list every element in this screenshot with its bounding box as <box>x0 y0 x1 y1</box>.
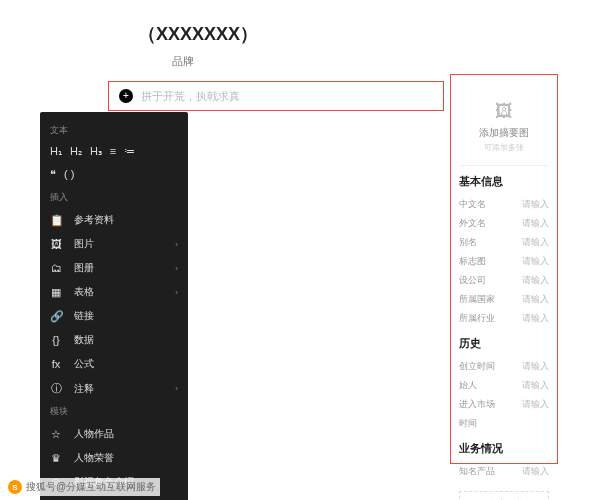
paren-button[interactable]: ( ) <box>64 168 74 181</box>
watermark: S 搜狐号@分媒互动互联网服务 <box>4 478 160 496</box>
basic-field-0[interactable]: 中文名请输入 <box>459 195 549 214</box>
basic-field-3[interactable]: 标志图请输入 <box>459 252 549 271</box>
format-toolbar: 文本 H₁ H₂ H₃ ≡ ≔ ❝ ( ) 插入 📋参考资料🖼图片›🗂图册›▦表… <box>40 112 188 500</box>
insert-item-4[interactable]: 🔗链接 <box>40 304 188 328</box>
history-title: 历史 <box>459 336 549 351</box>
insert-icon: {} <box>50 334 62 346</box>
module-item-0[interactable]: ☆人物作品 <box>40 422 188 446</box>
field-value: 请输入 <box>522 293 549 306</box>
field-value: 请输入 <box>522 255 549 268</box>
module-section-label: 模块 <box>40 401 188 422</box>
field-label: 进入市场 <box>459 398 495 411</box>
field-value: 请输入 <box>522 274 549 287</box>
main-input-container[interactable]: + 拼于开荒，执戟求真 <box>108 81 444 111</box>
h2-button[interactable]: H₂ <box>70 145 82 158</box>
h1-button[interactable]: H₁ <box>50 145 62 158</box>
text-section-label: 文本 <box>40 120 188 141</box>
basic-field-4[interactable]: 设公司请输入 <box>459 271 549 290</box>
add-image-sub: 可添加多张 <box>459 142 549 153</box>
list-ol-button[interactable]: ≔ <box>124 145 135 158</box>
image-icon: 🖼 <box>459 101 549 122</box>
field-value: 请输入 <box>522 312 549 325</box>
chevron-right-icon: › <box>175 288 178 297</box>
history-field-2[interactable]: 进入市场请输入 <box>459 395 549 414</box>
add-image-box[interactable]: 🖼 添加摘要图 可添加多张 <box>459 83 549 166</box>
chevron-right-icon: › <box>175 240 178 249</box>
insert-item-5[interactable]: {}数据 <box>40 328 188 352</box>
heading-row: H₁ H₂ H₃ ≡ ≔ <box>40 141 188 164</box>
input-placeholder: 拼于开荒，执戟求真 <box>141 89 240 104</box>
insert-label: 公式 <box>74 357 178 371</box>
field-value: 请输入 <box>522 217 549 230</box>
insert-label: 数据 <box>74 333 178 347</box>
field-value: 请输入 <box>522 379 549 392</box>
history-field-3[interactable]: 时间 <box>459 414 549 433</box>
insert-item-6[interactable]: fx公式 <box>40 352 188 376</box>
module-item-1[interactable]: ♛人物荣誉 <box>40 446 188 470</box>
insert-icon: 📋 <box>50 214 62 227</box>
module-label: 人物作品 <box>74 427 178 441</box>
add-image-label: 添加摘要图 <box>459 126 549 140</box>
insert-item-0[interactable]: 📋参考资料 <box>40 208 188 232</box>
insert-icon: 🖼 <box>50 238 62 250</box>
insert-icon: 🔗 <box>50 310 62 323</box>
field-label: 别名 <box>459 236 477 249</box>
biz-field-0[interactable]: 知名产品请输入 <box>459 462 549 481</box>
insert-label: 表格 <box>74 285 163 299</box>
history-field-0[interactable]: 创立时间请输入 <box>459 357 549 376</box>
right-panel: 🖼 添加摘要图 可添加多张 基本信息 中文名请输入外文名请输入别名请输入标志图请… <box>450 74 558 464</box>
field-label: 知名产品 <box>459 465 495 478</box>
field-label: 标志图 <box>459 255 486 268</box>
page-title: （XXXXXXX） <box>138 22 600 46</box>
field-value: 请输入 <box>522 398 549 411</box>
insert-icon: ▦ <box>50 286 62 299</box>
field-value: 请输入 <box>522 236 549 249</box>
field-label: 始人 <box>459 379 477 392</box>
chevron-right-icon: › <box>175 264 178 273</box>
field-label: 所属行业 <box>459 312 495 325</box>
insert-section-label: 插入 <box>40 187 188 208</box>
field-value: 请输入 <box>522 198 549 211</box>
insert-item-1[interactable]: 🖼图片› <box>40 232 188 256</box>
basic-field-1[interactable]: 外文名请输入 <box>459 214 549 233</box>
plus-icon[interactable]: + <box>119 89 133 103</box>
module-icon: ♛ <box>50 452 62 465</box>
basic-field-5[interactable]: 所属国家请输入 <box>459 290 549 309</box>
page-subtitle: 品牌 <box>172 54 600 69</box>
insert-label: 参考资料 <box>74 213 178 227</box>
list-ul-button[interactable]: ≡ <box>110 145 116 158</box>
insert-label: 注释 <box>74 382 163 396</box>
field-label: 时间 <box>459 417 477 430</box>
sohu-logo-icon: S <box>8 480 22 494</box>
watermark-text: 搜狐号@分媒互动互联网服务 <box>26 480 156 494</box>
add-attribute-button[interactable]: + 添加属性 <box>459 491 549 500</box>
insert-item-2[interactable]: 🗂图册› <box>40 256 188 280</box>
field-value: 请输入 <box>522 465 549 478</box>
insert-icon: fx <box>50 358 62 370</box>
chevron-right-icon: › <box>175 384 178 393</box>
history-field-1[interactable]: 始人请输入 <box>459 376 549 395</box>
insert-item-3[interactable]: ▦表格› <box>40 280 188 304</box>
module-label: 人物荣誉 <box>74 451 178 465</box>
field-value: 请输入 <box>522 360 549 373</box>
field-label: 外文名 <box>459 217 486 230</box>
insert-label: 链接 <box>74 309 178 323</box>
basic-info-title: 基本信息 <box>459 174 549 189</box>
quote-button[interactable]: ❝ <box>50 168 56 181</box>
insert-icon: ⓘ <box>50 381 62 396</box>
field-label: 所属国家 <box>459 293 495 306</box>
insert-item-7[interactable]: ⓘ注释› <box>40 376 188 401</box>
h3-button[interactable]: H₃ <box>90 145 102 158</box>
field-label: 中文名 <box>459 198 486 211</box>
basic-field-6[interactable]: 所属行业请输入 <box>459 309 549 328</box>
field-label: 设公司 <box>459 274 486 287</box>
insert-label: 图片 <box>74 237 163 251</box>
insert-icon: 🗂 <box>50 262 62 274</box>
basic-field-2[interactable]: 别名请输入 <box>459 233 549 252</box>
biz-title: 业务情况 <box>459 441 549 456</box>
quote-row: ❝ ( ) <box>40 164 188 187</box>
module-icon: ☆ <box>50 428 62 441</box>
insert-label: 图册 <box>74 261 163 275</box>
field-label: 创立时间 <box>459 360 495 373</box>
